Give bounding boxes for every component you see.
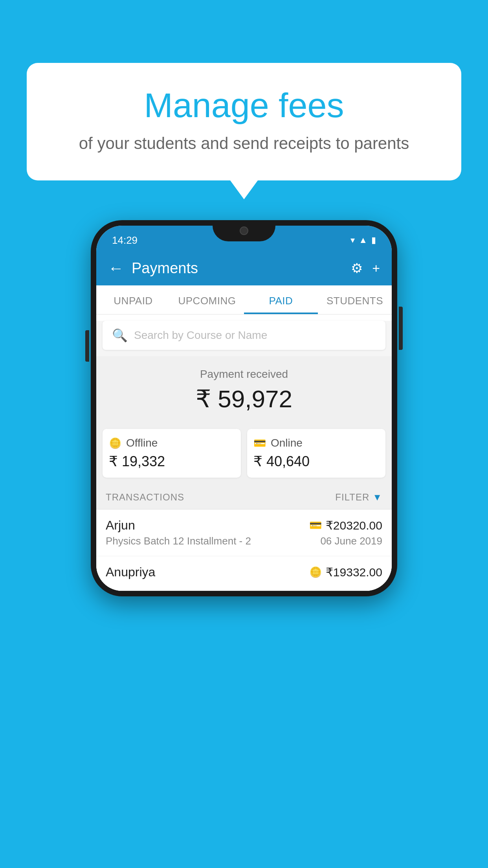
app-bar-actions: ⚙ +: [351, 260, 380, 276]
transaction-main: Arjun 💳 ₹20320.00: [106, 518, 382, 533]
tab-students[interactable]: STUDENTS: [318, 285, 392, 314]
offline-icon: 🪙: [109, 437, 121, 449]
tabs: UNPAID UPCOMING PAID STUDENTS: [96, 285, 392, 314]
add-icon[interactable]: +: [372, 261, 380, 276]
signal-icon: ▲: [359, 235, 367, 245]
notch: [213, 220, 275, 241]
payment-received-label: Payment received: [104, 368, 384, 381]
phone-outer: 14:29 ▾ ▲ ▮ ← Payments ⚙ + UNPAID: [91, 220, 397, 596]
content-area: 🔍 Search by Course or Name Payment recei…: [96, 321, 392, 591]
filter-label: FILTER: [335, 492, 369, 503]
transaction-date: 06 June 2019: [320, 535, 382, 547]
search-placeholder: Search by Course or Name: [134, 329, 267, 342]
online-icon: 💳: [253, 437, 266, 449]
online-amount: ₹ 40,640: [253, 453, 379, 470]
transaction-sub: Physics Batch 12 Installment - 2 06 June…: [106, 535, 382, 547]
transactions-label: TRANSACTIONS: [106, 492, 184, 503]
app-bar: ← Payments ⚙ +: [96, 251, 392, 285]
page-title: Payments: [132, 260, 351, 277]
online-label: Online: [271, 437, 303, 449]
tab-paid[interactable]: PAID: [244, 285, 318, 314]
payment-type-icon: 🪙: [309, 566, 322, 578]
transaction-name: Arjun: [106, 518, 135, 533]
wifi-icon: ▾: [350, 235, 355, 245]
transactions-header: TRANSACTIONS FILTER ▼: [96, 485, 392, 509]
transaction-main: Anupriya 🪙 ₹19332.00: [106, 565, 382, 579]
settings-icon[interactable]: ⚙: [351, 260, 363, 276]
filter-icon: ▼: [372, 492, 382, 503]
transaction-amount: ₹20320.00: [326, 519, 382, 532]
camera: [240, 226, 248, 235]
search-bar[interactable]: 🔍 Search by Course or Name: [103, 321, 385, 350]
online-card: 💳 Online ₹ 40,640: [247, 429, 385, 478]
back-button[interactable]: ←: [108, 259, 124, 277]
tab-unpaid[interactable]: UNPAID: [96, 285, 170, 314]
transaction-row[interactable]: Anupriya 🪙 ₹19332.00: [96, 556, 392, 591]
transaction-course: Physics Batch 12 Installment - 2: [106, 535, 251, 547]
payment-subcards: 🪙 Offline ₹ 19,332 💳 Online ₹ 40,640: [96, 429, 392, 485]
search-icon: 🔍: [112, 328, 128, 343]
transaction-row[interactable]: Arjun 💳 ₹20320.00 Physics Batch 12 Insta…: [96, 509, 392, 556]
payment-type-icon: 💳: [309, 519, 322, 531]
phone-screen: 14:29 ▾ ▲ ▮ ← Payments ⚙ + UNPAID: [96, 226, 392, 591]
status-time: 14:29: [112, 234, 138, 246]
battery-icon: ▮: [371, 235, 376, 245]
speech-bubble: Manage fees of your students and send re…: [27, 63, 461, 180]
offline-card: 🪙 Offline ₹ 19,332: [103, 429, 241, 478]
offline-amount: ₹ 19,332: [109, 453, 235, 470]
transaction-amount: ₹19332.00: [326, 565, 382, 579]
phone-mockup: 14:29 ▾ ▲ ▮ ← Payments ⚙ + UNPAID: [91, 220, 397, 596]
offline-label: Offline: [126, 437, 158, 449]
filter-button[interactable]: FILTER ▼: [335, 492, 382, 503]
status-icons: ▾ ▲ ▮: [350, 235, 376, 245]
transaction-amount-wrap: 🪙 ₹19332.00: [309, 565, 382, 579]
transaction-amount-wrap: 💳 ₹20320.00: [309, 519, 382, 532]
offline-header: 🪙 Offline: [109, 437, 235, 449]
payment-received-card: Payment received ₹ 59,972: [96, 356, 392, 429]
transaction-name: Anupriya: [106, 565, 155, 579]
online-header: 💳 Online: [253, 437, 379, 449]
payment-received-amount: ₹ 59,972: [104, 384, 384, 413]
tab-upcoming[interactable]: UPCOMING: [170, 285, 244, 314]
bubble-subtitle: of your students and send receipts to pa…: [46, 134, 442, 153]
bubble-title: Manage fees: [46, 86, 442, 125]
